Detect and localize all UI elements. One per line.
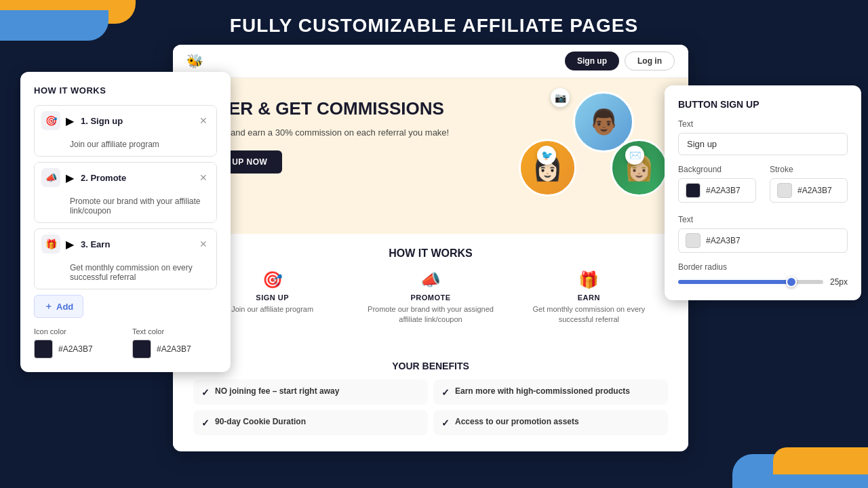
step-play-1[interactable]: ▶: [64, 115, 75, 126]
text-color-swatch: [686, 233, 701, 248]
color-section: Icon color #A2A3B7 Text color #A2A3B7: [34, 327, 217, 359]
preview-area: 🐝 Sign up Log in REFER & GET COMMISSIONS…: [173, 45, 688, 451]
text-color-swatch[interactable]: [132, 340, 151, 359]
hiw-step-promote-desc: Promote our brand with your assigned aff…: [358, 304, 502, 325]
border-radius-slider-row: 25px: [678, 277, 848, 287]
background-color-value: #A2A3B7: [706, 186, 741, 195]
benefit-item-2: ✓ Earn more with high-commissioned produ…: [433, 380, 668, 405]
hiw-step-earn-name: EARN: [517, 293, 661, 302]
step-close-3[interactable]: ✕: [197, 238, 210, 250]
hero-avatars: 👨🏾 👩🏻 👩🏼 📷 🐦 ✉️: [519, 85, 675, 227]
stroke-color-value: #A2A3B7: [797, 186, 832, 195]
icon-color-row: #A2A3B7: [34, 340, 119, 359]
icon-color-label: Icon color: [34, 327, 119, 336]
step-title-2: 2. Promote: [81, 173, 197, 183]
benefit-text-3: 90-day Cookie Duration: [215, 417, 306, 428]
hiw-steps: 🎯 SIGN UP Join our affiliate program 📣 P…: [193, 270, 668, 325]
hero-description: Join now and earn a 30% commission on ea…: [193, 126, 451, 140]
text-field-label: Text: [678, 119, 848, 129]
hiw-step-promote: 📣 PROMOTE Promote our brand with your as…: [351, 270, 509, 325]
benefits-section: YOUR BENEFITS ✓ NO joining fee – start r…: [173, 350, 688, 446]
background-stroke-row: Background #A2A3B7 Stroke #A2A3B7: [678, 165, 848, 212]
background-color-picker[interactable]: #A2A3B7: [678, 178, 756, 203]
twitter-icon: 🐦: [537, 146, 556, 165]
step-title-3: 3. Earn: [81, 239, 197, 249]
icon-color-swatch[interactable]: [34, 340, 53, 359]
text-color-row: #A2A3B7: [132, 340, 217, 359]
text-color-value: #A2A3B7: [706, 236, 741, 245]
hiw-step-earn: 🎁 EARN Get monthly commission on every s…: [510, 270, 668, 325]
benefit-text-4: Access to our promotion assets: [455, 417, 579, 428]
step-title-1: 1. Sign up: [81, 116, 197, 126]
benefit-item-1: ✓ NO joining fee – start right away: [193, 380, 428, 405]
right-panel-title: BUTTON SIGN UP: [678, 99, 848, 110]
preview-nav: 🐝 Sign up Log in: [173, 45, 688, 78]
step-item-1: 🎯 ▶ 1. Sign up ✕ Join our affiliate prog…: [34, 105, 217, 157]
step-play-2[interactable]: ▶: [64, 172, 75, 183]
stroke-color-picker[interactable]: #A2A3B7: [770, 178, 848, 203]
right-panel: BUTTON SIGN UP Text Background #A2A3B7 S…: [665, 85, 861, 300]
page-title: FULLY CUSTOMIZABLE AFFILIATE PAGES: [0, 0, 868, 45]
step-icon-2: 📣: [41, 168, 60, 187]
preview-nav-buttons: Sign up Log in: [565, 52, 675, 70]
hiw-step-promote-name: PROMOTE: [358, 293, 502, 302]
step-desc-3: Get monthly commission on every successf…: [35, 259, 216, 289]
instagram-icon: 📷: [551, 88, 570, 107]
step-close-2[interactable]: ✕: [197, 171, 210, 184]
step-desc-1: Join our affiliate program: [35, 136, 216, 156]
border-radius-value: 25px: [830, 277, 848, 287]
step-item-3: 🎁 ▶ 3. Earn ✕ Get monthly commission on …: [34, 228, 217, 289]
border-radius-section: Border radius 25px: [678, 262, 848, 287]
benefit-text-2: Earn more with high-commissioned product…: [455, 386, 630, 397]
preview-login-button[interactable]: Log in: [625, 52, 675, 70]
step-header-3: 🎁 ▶ 3. Earn ✕: [35, 229, 216, 259]
step-icon-1: 🎯: [41, 111, 60, 130]
hiw-step-earn-icon: 🎁: [517, 270, 661, 289]
check-icon-2: ✓: [441, 387, 450, 398]
add-label: Add: [56, 302, 73, 312]
preview-signup-button[interactable]: Sign up: [565, 52, 619, 70]
benefit-item-4: ✓ Access to our promotion assets: [433, 410, 668, 435]
preview-logo-icon: 🐝: [186, 53, 203, 69]
stroke-color-swatch: [777, 183, 792, 198]
hiw-step-promote-icon: 📣: [358, 270, 502, 289]
background-col: Background #A2A3B7: [678, 165, 756, 212]
main-content: HOW IT WORKS 🎯 ▶ 1. Sign up ✕ Join our a…: [0, 45, 868, 479]
border-radius-label: Border radius: [678, 262, 848, 272]
email-icon: ✉️: [625, 146, 644, 165]
left-panel: HOW IT WORKS 🎯 ▶ 1. Sign up ✕ Join our a…: [20, 72, 231, 372]
step-item-2: 📣 ▶ 2. Promote ✕ Promote our brand with …: [34, 162, 217, 223]
person-1-face: 👨🏾: [575, 94, 632, 150]
hiw-step-earn-desc: Get monthly commission on every successf…: [517, 304, 661, 325]
border-radius-slider-thumb[interactable]: [786, 277, 797, 287]
step-icon-3: 🎁: [41, 235, 60, 253]
step-header-2: 📣 ▶ 2. Promote ✕: [35, 163, 216, 192]
hiw-title: HOW IT WORKS: [193, 247, 668, 260]
benefit-item-3: ✓ 90-day Cookie Duration: [193, 410, 428, 435]
icon-color-hex: #A2A3B7: [58, 344, 93, 354]
benefits-grid: ✓ NO joining fee – start right away ✓ Ea…: [193, 380, 668, 435]
border-radius-slider-track[interactable]: [678, 280, 823, 284]
how-it-works-section: HOW IT WORKS 🎯 SIGN UP Join our affiliat…: [173, 234, 688, 350]
hero-title: REFER & GET COMMISSIONS: [193, 98, 451, 119]
benefits-title: YOUR BENEFITS: [193, 361, 668, 371]
icon-color-group: Icon color #A2A3B7: [34, 327, 119, 359]
step-header-1: 🎯 ▶ 1. Sign up ✕: [35, 106, 216, 136]
hero-text: REFER & GET COMMISSIONS Join now and ear…: [193, 98, 451, 220]
step-play-3[interactable]: ▶: [64, 239, 75, 249]
step-desc-2: Promote our brand with your affiliate li…: [35, 192, 216, 222]
check-icon-3: ✓: [201, 418, 210, 428]
benefit-text-1: NO joining fee – start right away: [215, 386, 339, 397]
add-step-button[interactable]: ＋ Add: [34, 295, 83, 318]
check-icon-1: ✓: [201, 387, 210, 398]
check-icon-4: ✓: [441, 418, 450, 428]
stroke-col: Stroke #A2A3B7: [770, 165, 848, 212]
text-color-field-label: Text: [678, 215, 848, 224]
text-color-picker[interactable]: #A2A3B7: [678, 228, 848, 253]
step-close-1[interactable]: ✕: [197, 115, 210, 127]
left-panel-title: HOW IT WORKS: [34, 85, 217, 96]
background-label: Background: [678, 165, 756, 174]
text-input[interactable]: [678, 133, 848, 155]
text-color-hex: #A2A3B7: [157, 344, 191, 354]
hero-section: REFER & GET COMMISSIONS Join now and ear…: [173, 78, 688, 234]
